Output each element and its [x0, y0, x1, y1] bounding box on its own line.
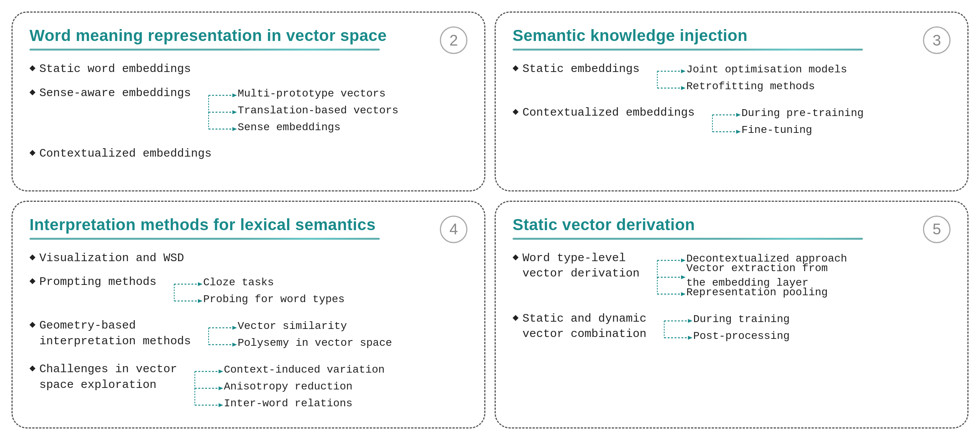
arrow-group-4-2: During trainingPost-processing — [657, 311, 790, 346]
sub-label-1-2-3: Sense embeddings — [238, 119, 399, 136]
sub-label-4-2-1: During training — [693, 311, 790, 328]
sub-labels-1-2: Multi-prototype vectorsTranslation-based… — [238, 85, 399, 136]
sub-label-1-2-2: Translation-based vectors — [238, 102, 399, 119]
sub-label-3-4-2: Anisotropy reduction — [224, 378, 385, 395]
item-label-3-1: Visualization and WSD — [39, 250, 184, 266]
panel-title-3: Interpretation methods for lexical seman… — [29, 216, 467, 234]
items-container-2: ◆Static embeddingsJoint optimisation mod… — [513, 61, 951, 140]
arrow-group-3-4: Context-induced variationAnisotropy redu… — [188, 361, 385, 414]
branch-container-3-4: Context-induced variationAnisotropy redu… — [193, 361, 385, 414]
svg-marker-7 — [232, 127, 237, 131]
branch-svg-4-2 — [663, 312, 693, 346]
item-label-4-2: Static and dynamic vector combination — [523, 311, 647, 342]
badge-3: 4 — [440, 216, 467, 243]
svg-marker-14 — [736, 113, 741, 117]
sub-label-2-1-2: Retrofitting methods — [686, 78, 847, 95]
diamond-icon-2-2: ◆ — [513, 106, 519, 119]
items-container-3: ◆Visualization and WSD◆Prompting methods… — [29, 250, 467, 414]
title-underline-3 — [29, 238, 380, 240]
item-row-3-2: ◆Prompting methodsCloze tasksProbing for… — [29, 274, 467, 309]
panel-title-1: Word meaning representation in vector sp… — [29, 26, 467, 45]
item-row-2-1: ◆Static embeddingsJoint optimisation mod… — [513, 61, 951, 97]
branch-container-4-1: Decontextualized approachVector extracti… — [656, 250, 847, 303]
arrow-group-3-3: Vector similarityPolysemy in vector spac… — [202, 318, 392, 353]
svg-marker-35 — [219, 403, 223, 407]
diamond-icon-1-2: ◆ — [29, 86, 36, 99]
diamond-icon-4-1: ◆ — [513, 251, 519, 264]
item-row-1-1: ◆Static word embeddings — [29, 61, 467, 77]
sub-labels-3-2: Cloze tasksProbing for word types — [203, 274, 345, 308]
badge-1: 2 — [440, 26, 467, 54]
branch-container-1-2: Multi-prototype vectorsTranslation-based… — [207, 85, 399, 137]
sub-label-3-4-3: Inter-word relations — [224, 395, 385, 412]
diamond-icon-1-1: ◆ — [29, 62, 36, 75]
title-underline-2 — [513, 49, 863, 51]
sub-labels-3-4: Context-induced variationAnisotropy redu… — [224, 361, 385, 412]
item-label-2-2: Contextualized embeddings — [523, 105, 695, 121]
branch-svg-3-3 — [207, 319, 238, 353]
arrow-group-2-2: During pre-trainingFine-tuning — [706, 105, 864, 140]
svg-marker-37 — [681, 258, 686, 262]
svg-marker-32 — [219, 386, 223, 390]
svg-marker-29 — [219, 370, 223, 373]
panel-title-4: Static vector derivation — [513, 216, 951, 234]
item-label-4-1: Word type-level vector derivation — [523, 250, 640, 281]
diamond-icon-4-2: ◆ — [513, 312, 519, 325]
panel-title-2: Semantic knowledge injection — [513, 26, 951, 45]
sub-labels-3-3: Vector similarityPolysemy in vector spac… — [238, 318, 392, 352]
branch-container-2-2: During pre-trainingFine-tuning — [711, 105, 864, 140]
branch-svg-4-1 — [656, 252, 686, 303]
item-label-3-2: Prompting methods — [39, 274, 157, 290]
arrow-group-2-1: Joint optimisation modelsRetrofitting me… — [650, 61, 847, 97]
item-row-3-3: ◆Geometry-based interpretation methodsVe… — [29, 318, 467, 353]
sub-labels-4-1: Decontextualized approachVector extracti… — [686, 250, 847, 301]
branch-svg-3-2 — [173, 276, 203, 309]
sub-label-3-2-1: Cloze tasks — [203, 274, 345, 291]
sub-label-2-1-1: Joint optimisation models — [686, 61, 847, 78]
items-container-1: ◆Static word embeddings◆Sense-aware embe… — [29, 61, 467, 161]
sub-labels-4-2: During trainingPost-processing — [693, 311, 790, 345]
svg-marker-1 — [232, 93, 237, 97]
panel-1: 2Word meaning representation in vector s… — [11, 11, 485, 191]
sub-label-4-2-2: Post-processing — [693, 328, 790, 345]
sub-label-2-2-1: During pre-training — [742, 105, 864, 122]
branch-svg-2-1 — [656, 63, 686, 97]
sub-label-4-1-2: Vector extraction from the embedding lay… — [686, 267, 847, 284]
sub-label-3-4-1: Context-induced variation — [224, 361, 385, 378]
item-label-2-1: Static embeddings — [523, 61, 640, 77]
svg-marker-17 — [736, 130, 741, 134]
branch-svg-1-2 — [207, 87, 238, 137]
item-row-1-2: ◆Sense-aware embeddingsMulti-prototype v… — [29, 85, 467, 137]
svg-marker-9 — [681, 69, 686, 73]
arrow-group-4-1: Decontextualized approachVector extracti… — [650, 250, 847, 303]
branch-container-4-2: During trainingPost-processing — [663, 311, 790, 346]
sub-label-4-1-3: Representation pooling — [686, 284, 847, 301]
svg-marker-12 — [681, 86, 686, 90]
item-row-4-2: ◆Static and dynamic vector combinationDu… — [513, 311, 951, 346]
item-row-4-1: ◆Word type-level vector derivationDecont… — [513, 250, 951, 303]
item-label-3-3: Geometry-based interpretation methods — [39, 318, 191, 349]
diamond-icon-3-3: ◆ — [29, 319, 36, 332]
item-row-1-3: ◆Contextualized embeddings — [29, 146, 467, 162]
arrow-group-1-2: Multi-prototype vectorsTranslation-based… — [202, 85, 399, 137]
badge-2: 3 — [923, 26, 951, 54]
sub-label-3-2-2: Probing for word types — [203, 291, 345, 308]
sub-label-2-2-2: Fine-tuning — [742, 122, 864, 139]
svg-marker-24 — [232, 326, 237, 330]
items-container-4: ◆Word type-level vector derivationDecont… — [513, 250, 951, 346]
item-label-1-2: Sense-aware embeddings — [39, 85, 191, 101]
branch-container-2-1: Joint optimisation modelsRetrofitting me… — [656, 61, 847, 97]
svg-marker-19 — [198, 282, 203, 286]
diamond-icon-3-2: ◆ — [29, 275, 36, 288]
panel-4: 5Static vector derivation◆Word type-leve… — [495, 201, 969, 429]
item-row-3-1: ◆Visualization and WSD — [29, 250, 467, 266]
sub-labels-2-2: During pre-trainingFine-tuning — [742, 105, 864, 139]
svg-marker-27 — [232, 343, 237, 347]
panel-2: 3Semantic knowledge injection◆Static emb… — [495, 11, 969, 191]
panel-3: 4Interpretation methods for lexical sema… — [11, 201, 485, 429]
diamond-icon-1-3: ◆ — [29, 147, 36, 160]
diamond-icon-3-4: ◆ — [29, 362, 36, 375]
sub-label-3-3-1: Vector similarity — [238, 318, 392, 335]
svg-marker-43 — [681, 292, 686, 296]
svg-marker-22 — [198, 299, 203, 303]
